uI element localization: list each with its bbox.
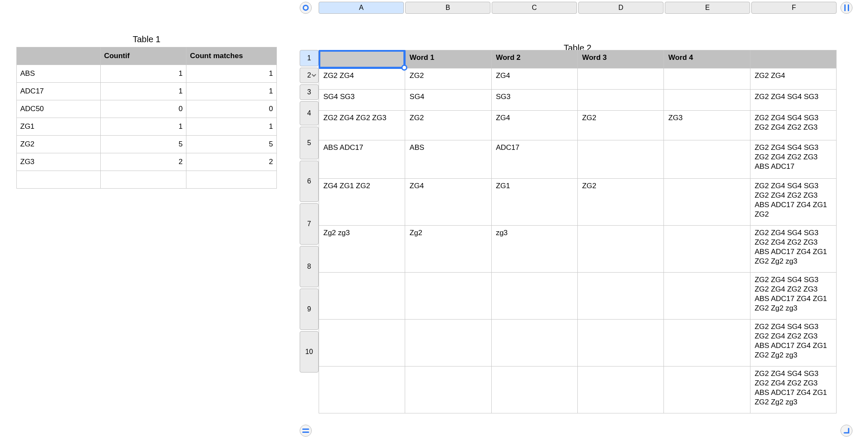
cell-e[interactable] xyxy=(664,140,750,179)
cell-e[interactable] xyxy=(664,366,750,413)
table-row[interactable]: ZG2 ZG4 ZG2 ZG3ZG2ZG4ZG2ZG3 ZG2 ZG4 SG4 … xyxy=(319,111,837,140)
cell-f[interactable]: ZG2 ZG4 SG4 SG3 ZG2 ZG4 ZG2 ZG3 ABS ADC1… xyxy=(750,320,836,366)
cell-a[interactable] xyxy=(319,366,405,413)
cell-countif[interactable]: 2 xyxy=(100,153,186,171)
cell-b[interactable] xyxy=(405,273,491,320)
row-header-4[interactable]: 4 xyxy=(300,101,319,125)
cell-d[interactable] xyxy=(577,90,663,111)
cell-f[interactable]: ZG2 ZG4 SG4 SG3 ZG2 ZG4 ZG2 ZG3 ABS ADC1… xyxy=(750,366,836,413)
cell-b[interactable]: SG4 xyxy=(405,90,491,111)
table-row[interactable]: ADC1711 xyxy=(17,83,277,100)
cell-d[interactable] xyxy=(577,273,663,320)
row-header-8[interactable]: 8 xyxy=(300,246,319,287)
cell-countif[interactable]: 1 xyxy=(100,83,186,100)
cell-d[interactable]: ZG2 xyxy=(577,179,663,226)
cell-f[interactable]: ZG2 ZG4 SG4 SG3 ZG2 ZG4 ZG2 ZG3 ABS ADC1… xyxy=(750,226,836,273)
table-row[interactable]: ABS ADC17ABSADC17 ZG2 ZG4 SG4 SG3 ZG2 ZG… xyxy=(319,140,837,179)
cell-b[interactable]: ZG2 xyxy=(405,68,491,90)
cell-d[interactable] xyxy=(577,68,663,90)
cell-matches[interactable]: 0 xyxy=(186,100,277,118)
cell-c[interactable] xyxy=(491,320,577,366)
cell-label[interactable] xyxy=(17,171,101,189)
cell-f[interactable]: ZG2 ZG4 SG4 SG3 ZG2 ZG4 ZG2 ZG3 xyxy=(750,111,836,140)
table-row[interactable]: ZG111 xyxy=(17,118,277,136)
row-header-6[interactable]: 6 xyxy=(300,161,319,202)
table-1-header-blank[interactable] xyxy=(17,47,101,65)
cell-e[interactable] xyxy=(664,226,750,273)
cell-f[interactable]: ZG2 ZG4 SG4 SG3 ZG2 ZG4 ZG2 ZG3 ABS ADC1… xyxy=(750,179,836,226)
cell-b[interactable] xyxy=(405,366,491,413)
table-row[interactable]: ZG4 ZG1 ZG2ZG4ZG1ZG2 ZG2 ZG4 SG4 SG3 ZG2… xyxy=(319,179,837,226)
cell-e[interactable]: ZG3 xyxy=(664,111,750,140)
cell-b[interactable]: Zg2 xyxy=(405,226,491,273)
cell-matches[interactable]: 1 xyxy=(186,65,277,83)
cell-a[interactable]: ZG2 ZG4 ZG2 ZG3 xyxy=(319,111,405,140)
cell-e[interactable] xyxy=(664,179,750,226)
cell-c[interactable] xyxy=(491,366,577,413)
column-header-a[interactable]: A xyxy=(319,2,404,14)
table-1-grid[interactable]: Countif Count matches ABS11ADC1711ADC500… xyxy=(16,47,277,189)
cell-matches[interactable]: 1 xyxy=(186,118,277,136)
cell-countif[interactable]: 1 xyxy=(100,65,186,83)
cell-d[interactable] xyxy=(577,226,663,273)
table-2-header-e[interactable]: Word 4 xyxy=(664,50,750,68)
row-header-2[interactable]: 2 xyxy=(300,68,319,83)
table-row[interactable]: ZG2 ZG4ZG2ZG4 ZG2 ZG4 xyxy=(319,68,837,90)
cell-b[interactable]: ABS xyxy=(405,140,491,179)
column-header-c[interactable]: C xyxy=(492,2,577,14)
cell-d[interactable]: ZG2 xyxy=(577,111,663,140)
cell-a[interactable] xyxy=(319,273,405,320)
table-2-header-d[interactable]: Word 3 xyxy=(577,50,663,68)
table-row[interactable]: ZG2 ZG4 SG4 SG3 ZG2 ZG4 ZG2 ZG3 ABS ADC1… xyxy=(319,320,837,366)
cell-e[interactable] xyxy=(664,320,750,366)
row-header-5[interactable]: 5 xyxy=(300,127,319,159)
table-row[interactable]: ZG322 xyxy=(17,153,277,171)
table-row[interactable] xyxy=(17,171,277,189)
cell-a[interactable] xyxy=(319,320,405,366)
column-header-d[interactable]: D xyxy=(578,2,663,14)
cell-matches[interactable]: 2 xyxy=(186,153,277,171)
cell-a[interactable]: ZG4 ZG1 ZG2 xyxy=(319,179,405,226)
add-row-handle[interactable] xyxy=(300,425,312,437)
table-row[interactable]: ZG2 ZG4 SG4 SG3 ZG2 ZG4 ZG2 ZG3 ABS ADC1… xyxy=(319,273,837,320)
table-row[interactable]: Zg2 zg3Zg2zg3 ZG2 ZG4 SG4 SG3 ZG2 ZG4 ZG… xyxy=(319,226,837,273)
table-row[interactable]: SG4 SG3SG4SG3 ZG2 ZG4 SG4 SG3 xyxy=(319,90,837,111)
cell-a[interactable]: Zg2 zg3 xyxy=(319,226,405,273)
cell-label[interactable]: ABS xyxy=(17,65,101,83)
cell-a[interactable]: SG4 SG3 xyxy=(319,90,405,111)
cell-label[interactable]: ZG1 xyxy=(17,118,101,136)
cell-c[interactable]: ZG4 xyxy=(491,68,577,90)
cell-d[interactable] xyxy=(577,320,663,366)
cell-f[interactable]: ZG2 ZG4 SG4 SG3 xyxy=(750,90,836,111)
cell-a[interactable]: ABS ADC17 xyxy=(319,140,405,179)
select-all-handle[interactable] xyxy=(300,2,312,14)
resize-corner-handle[interactable] xyxy=(840,425,852,437)
table-2-header-c[interactable]: Word 2 xyxy=(491,50,577,68)
table-row[interactable]: ADC5000 xyxy=(17,100,277,118)
cell-b[interactable] xyxy=(405,320,491,366)
table-2-header-a[interactable] xyxy=(319,50,405,68)
cell-b[interactable]: ZG2 xyxy=(405,111,491,140)
column-header-f[interactable]: F xyxy=(751,2,837,14)
cell-c[interactable]: ADC17 xyxy=(491,140,577,179)
cell-label[interactable]: ZG2 xyxy=(17,136,101,153)
cell-label[interactable]: ADC50 xyxy=(17,100,101,118)
table-1-header-count-matches[interactable]: Count matches xyxy=(186,47,277,65)
cell-f[interactable]: ZG2 ZG4 xyxy=(750,68,836,90)
cell-f[interactable]: ZG2 ZG4 SG4 SG3 ZG2 ZG4 ZG2 ZG3 ABS ADC1… xyxy=(750,273,836,320)
cell-e[interactable] xyxy=(664,90,750,111)
cell-countif[interactable] xyxy=(100,171,186,189)
cell-a[interactable]: ZG2 ZG4 xyxy=(319,68,405,90)
row-header-1[interactable]: 1 xyxy=(300,50,319,66)
row-header-7[interactable]: 7 xyxy=(300,203,319,245)
row-header-3[interactable]: 3 xyxy=(300,84,319,100)
cell-c[interactable] xyxy=(491,273,577,320)
cell-label[interactable]: ZG3 xyxy=(17,153,101,171)
cell-matches[interactable]: 1 xyxy=(186,83,277,100)
column-header-e[interactable]: E xyxy=(665,2,750,14)
table-2-header-f[interactable] xyxy=(750,50,836,68)
table-2-grid[interactable]: Word 1Word 2Word 3Word 4 ZG2 ZG4ZG2ZG4 Z… xyxy=(319,50,837,413)
cell-c[interactable]: ZG4 xyxy=(491,111,577,140)
cell-matches[interactable] xyxy=(186,171,277,189)
add-column-handle[interactable] xyxy=(840,2,852,14)
